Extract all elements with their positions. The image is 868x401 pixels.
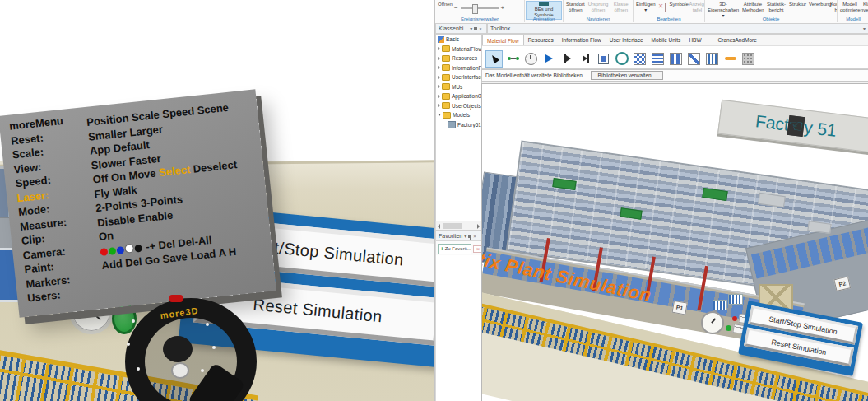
tab-user-interface[interactable]: User Interface <box>606 35 648 45</box>
paint-color-white[interactable] <box>124 243 134 253</box>
tab-mobile-units[interactable]: Mobile Units <box>648 35 685 45</box>
tool-line-icon[interactable] <box>722 51 738 67</box>
kontexthilfe-button[interactable]: Kontext-hilfe <box>829 1 838 14</box>
paste-icon[interactable] <box>665 3 666 12</box>
tool-store-icon[interactable] <box>668 51 684 67</box>
tree-item-models[interactable]: Models <box>436 110 481 120</box>
ribbon-collapse-icon[interactable]: ▾ <box>863 26 866 31</box>
tab-hbw[interactable]: HBW <box>685 35 705 45</box>
chevron-right-icon[interactable] <box>438 57 440 60</box>
tab-material-flow[interactable]: Material Flow <box>482 35 524 45</box>
tree-item-userobjects[interactable]: UserObjects <box>436 101 481 111</box>
modell-optimieren-button[interactable]: Modell optimieren <box>838 1 861 14</box>
vr-controller[interactable]: more3D <box>120 295 235 401</box>
delete-icon[interactable]: ✕ <box>657 1 665 12</box>
chevron-right-icon[interactable] <box>438 76 440 79</box>
chevron-right-icon[interactable] <box>438 85 440 88</box>
slider-minus-icon[interactable]: − <box>454 4 458 12</box>
tab-resources[interactable]: Resources <box>524 35 558 45</box>
tool-parallel-station-icon[interactable] <box>632 51 648 67</box>
ursprung-oeffnen-button[interactable]: Ursprung öffnen <box>587 1 610 14</box>
chevron-right-icon[interactable] <box>438 47 440 50</box>
tab-cranesandmore[interactable]: CranesAndMore <box>714 35 761 45</box>
tool-sorter-icon[interactable] <box>686 51 702 67</box>
tool-cycle-icon[interactable] <box>614 51 629 67</box>
tool-buffer-icon[interactable] <box>650 51 666 67</box>
tool-flow-control-icon[interactable] <box>704 51 720 67</box>
paint-color-blue[interactable] <box>116 246 124 254</box>
klasse-oeffnen-button[interactable]: Klasse öffnen <box>610 1 632 14</box>
slider-thumb[interactable] <box>472 4 478 14</box>
red-indicator-light <box>732 316 737 321</box>
ribbon-group-objekte: 3D-Eigenschaften ▾ Attribute Methoden St… <box>705 0 838 22</box>
factory-51-banner: ☞ Factory 51 ☜ <box>717 100 868 152</box>
tree-item-resources[interactable]: Resources <box>436 54 481 63</box>
klassenbibliothek-verwalten-button[interactable]: Klassenbibliothek verwalten <box>861 1 868 14</box>
dock-headers: Klassenbi... ▾ × Toolbox ▾ <box>435 23 868 34</box>
ribbon-group-ereignisverwalter: Öffnen − + Ereignisverwalter <box>435 0 525 22</box>
vererbung-button[interactable]: Vererbung <box>807 1 829 8</box>
einfuegen-button[interactable]: Einfügen ▾ <box>634 1 657 14</box>
chevron-down-icon[interactable]: ▾ <box>470 26 472 31</box>
plant-simulation-window: Öffnen − + Ereignisverwalter BEs und Sym… <box>434 0 868 401</box>
tab-information-flow[interactable]: Information Flow <box>558 35 606 45</box>
chevron-right-icon[interactable] <box>438 95 440 98</box>
anzeigetafel-button[interactable]: Anzeige-tafel <box>687 1 705 14</box>
tool-connector-icon[interactable] <box>505 51 521 67</box>
tool-event-controller-icon[interactable] <box>523 51 539 67</box>
logo-plaque <box>713 300 727 310</box>
attribute-methoden-button[interactable]: Attribute Methoden <box>740 1 765 14</box>
tree-item-applicationobjects[interactable]: ApplicationObjects <box>436 91 481 101</box>
paint-color-red[interactable] <box>100 248 108 256</box>
tree-item-informationflow[interactable]: InformationFlow <box>436 63 481 73</box>
paint-color-green[interactable] <box>108 247 116 255</box>
pin-icon[interactable] <box>474 27 477 30</box>
chevron-down-icon[interactable]: ▾ <box>464 233 466 239</box>
slider-track[interactable] <box>461 7 499 9</box>
folder-icon <box>442 102 450 109</box>
ribbon-group-label: Bearbeiten <box>634 16 704 21</box>
symbole-button[interactable]: Symbole <box>667 1 687 8</box>
manage-libraries-button[interactable]: Bibliotheken verwalten... <box>591 71 663 80</box>
controller-thumb-button[interactable] <box>171 362 189 379</box>
add-favorite-button[interactable]: +Zu Favorit... <box>438 244 471 254</box>
statistikbericht-button[interactable]: Statistik-bericht <box>765 1 787 14</box>
chevron-right-icon[interactable] <box>438 66 440 69</box>
toolbox-panel-header[interactable]: Toolbox ▾ <box>487 23 868 34</box>
paint-color-black[interactable] <box>134 244 142 252</box>
close-icon[interactable]: × <box>473 234 476 239</box>
class-library-tree: Basis MaterialFlow Resources Information… <box>435 34 482 222</box>
class-library-panel-header[interactable]: Klassenbi... ▾ × <box>435 23 487 34</box>
chevron-right-icon[interactable] <box>438 104 440 107</box>
tool-track-icon[interactable] <box>740 51 756 67</box>
controller-red-marker <box>169 295 183 302</box>
tool-cursor-icon[interactable] <box>485 50 503 68</box>
chevron-down-icon[interactable] <box>438 114 441 116</box>
tree-item-basis[interactable]: Basis <box>436 35 481 44</box>
ribbon-group-modell: Modell optimieren Klassenbibliothek verw… <box>838 0 868 22</box>
ribbon-group-bearbeiten: Einfügen ▾ ✕ Symbole Anzeige-tafel Bearb… <box>634 0 705 22</box>
slider-plus-icon[interactable]: + <box>501 4 505 12</box>
tool-station-icon[interactable] <box>596 51 611 67</box>
close-icon[interactable]: × <box>479 26 482 31</box>
tree-item-userinterface[interactable]: UserInterface <box>436 72 481 82</box>
scroll-right-icon[interactable] <box>477 224 480 229</box>
speed-slider[interactable]: − + <box>454 4 504 12</box>
tool-source-icon[interactable] <box>559 51 575 67</box>
basis-icon <box>438 36 444 43</box>
tree-item-factory51[interactable]: Factory51 <box>436 120 481 130</box>
scroll-left-icon[interactable] <box>438 224 440 229</box>
struktur-button[interactable]: Struktur <box>787 1 807 8</box>
logo-plaque <box>728 294 743 305</box>
standort-oeffnen-button[interactable]: Standort öffnen <box>564 1 587 14</box>
tool-drain-icon[interactable] <box>578 51 593 67</box>
tree-item-materialflow[interactable]: MaterialFlow <box>436 44 481 54</box>
open-button[interactable]: Öffnen <box>436 1 454 8</box>
tree-item-mus[interactable]: MUs <box>436 82 481 92</box>
pin-icon[interactable] <box>468 235 471 238</box>
scrollbar-thumb[interactable] <box>443 223 462 229</box>
folder-icon <box>442 45 450 52</box>
tool-interface-icon[interactable] <box>541 51 557 67</box>
3d-viewport[interactable]: P2 P1 ☞ Factory 51 ☜ Tecnomatix Plant Si… <box>481 83 868 401</box>
ribbon-group-navigieren: Standort öffnen Ursprung öffnen Klasse ö… <box>564 0 634 22</box>
